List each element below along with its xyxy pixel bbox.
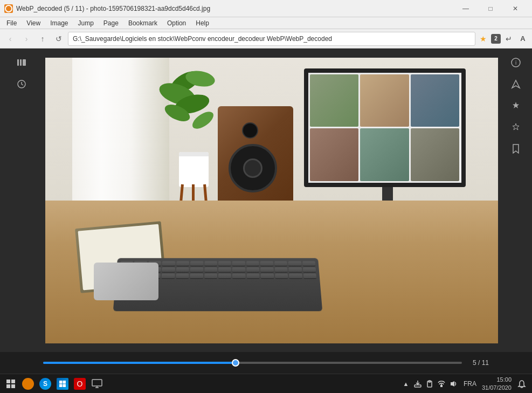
progress-bar-area: 5 / 11 [0,352,532,374]
volume-icon[interactable] [448,379,458,389]
svg-rect-2 [23,59,26,66]
progress-track[interactable] [43,362,462,364]
menu-view[interactable]: View [22,18,45,28]
close-button[interactable]: ✕ [503,0,528,17]
svg-rect-21 [440,385,443,387]
menu-bar: File View Image Jump Page Bookmark Optio… [0,17,532,29]
progress-fill [43,362,236,364]
svg-rect-14 [63,384,66,387]
main-image [45,58,498,343]
tools-icon[interactable] [507,97,524,114]
maximize-button[interactable]: □ [478,0,503,17]
minimize-button[interactable]: — [453,0,478,17]
svg-marker-22 [451,381,454,387]
windows-button[interactable] [55,376,70,391]
start-button[interactable] [3,376,18,391]
clock-time: 15:00 [496,376,512,383]
history-icon[interactable] [13,75,30,93]
menu-bookmark[interactable]: Bookmark [124,18,162,28]
menu-jump[interactable]: Jump [74,18,98,28]
tray-upload-icon[interactable] [413,379,423,389]
network-icon[interactable] [437,379,446,389]
font-button[interactable]: A [517,33,529,45]
tray-clipboard-icon[interactable] [425,379,434,389]
taskbar: S O ▲ [0,374,532,393]
svg-rect-11 [59,381,63,384]
svg-rect-12 [63,381,66,384]
up-button[interactable]: ↑ [36,32,50,46]
address-badge: 2 [491,34,501,44]
progress-thumb[interactable] [232,359,239,367]
right-sidebar: i [500,49,532,352]
svg-rect-0 [17,59,19,66]
image-container [43,49,500,352]
svg-rect-13 [59,384,63,387]
info-icon[interactable]: i [507,54,524,71]
main-area: i [0,49,532,352]
svg-rect-7 [6,380,10,383]
menu-option[interactable]: Option [163,18,190,28]
tray-expand-icon[interactable]: ▲ [401,379,411,389]
bookmark-icon[interactable] [507,140,524,157]
favorite-star[interactable]: ★ [478,35,489,43]
refresh-button[interactable]: ↺ [52,32,66,46]
svg-rect-18 [414,385,421,387]
system-tray: ▲ [401,379,458,389]
window-title: WebP_decoded (5 / 11) - photo-1595706198… [16,5,210,12]
svg-marker-6 [512,80,520,88]
svg-rect-1 [20,59,22,66]
taskbar-right: ▲ [401,376,529,391]
star-icon[interactable] [507,119,524,136]
menu-file[interactable]: File [2,18,21,28]
svg-rect-15 [92,380,102,386]
svg-rect-8 [11,380,15,383]
address-bar: ‹ › ↑ ↺ ★ 2 ↵ A [0,29,532,49]
language-label: FRA [464,380,476,388]
office-icon: O [74,378,86,390]
svg-text:i: i [515,60,516,66]
menu-page[interactable]: Page [99,18,123,28]
svg-rect-9 [6,384,10,388]
library-icon[interactable] [13,54,30,71]
progress-label: 5 / 11 [467,359,489,367]
title-bar: WebP_decoded (5 / 11) - photo-1595706198… [0,0,532,17]
app-icon [4,4,13,13]
system-clock: 15:00 31/07/2020 [482,376,512,391]
left-sidebar [0,49,43,352]
address-input[interactable] [68,32,475,46]
notification-button[interactable] [515,377,529,391]
trackpad [94,263,158,300]
title-bar-left: WebP_decoded (5 / 11) - photo-1595706198… [4,4,210,13]
taskview-button[interactable]: S [38,376,53,391]
taskbar-left: S O [3,376,105,391]
forward-button[interactable]: › [19,32,33,46]
navigate-icon[interactable] [507,75,524,93]
title-bar-controls: — □ ✕ [453,0,528,17]
svg-rect-10 [11,384,15,388]
office-button[interactable]: O [72,376,87,391]
menu-image[interactable]: Image [46,18,72,28]
display-button[interactable] [89,376,105,391]
cortana-button[interactable] [20,376,36,391]
clock-date: 31/07/2020 [482,384,512,391]
enter-button[interactable]: ↵ [503,33,515,45]
s-icon: S [39,378,51,390]
menu-help[interactable]: Help [191,18,213,28]
back-button[interactable]: ‹ [3,32,17,46]
